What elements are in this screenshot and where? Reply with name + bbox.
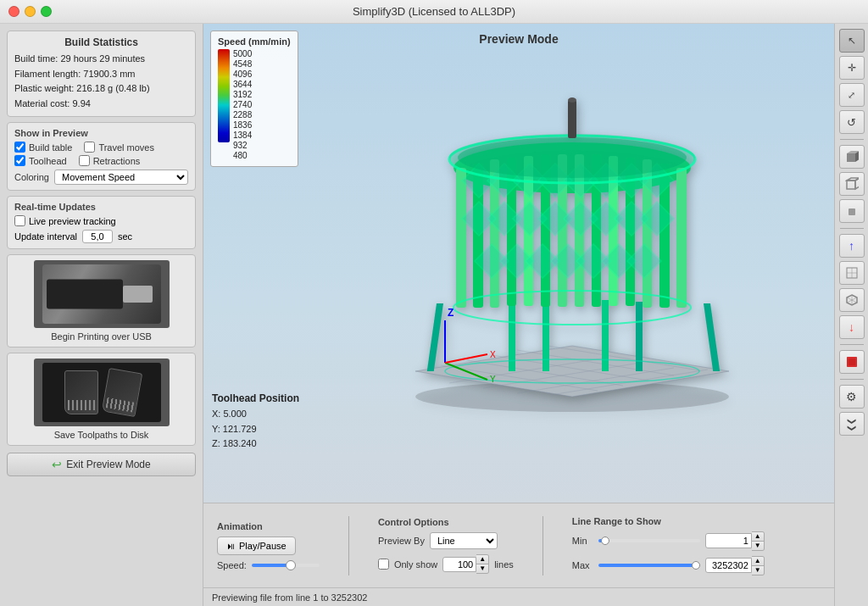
only-show-down[interactable]: ▼ bbox=[476, 564, 488, 573]
play-pause-button[interactable]: ⏯ Play/Pause bbox=[217, 537, 296, 555]
travel-moves-checkbox-item: Travel moves bbox=[84, 142, 154, 153]
exit-button-label: Exit Preview Mode bbox=[66, 459, 150, 470]
solid-view-button[interactable] bbox=[839, 145, 865, 169]
min-spin[interactable]: ▲ ▼ bbox=[705, 531, 765, 551]
legend-items: 5000 4548 4096 3644 3192 2740 2288 1836 … bbox=[218, 49, 291, 161]
arrow-up-button[interactable]: ↑ bbox=[839, 234, 865, 258]
iso-view-button[interactable] bbox=[839, 288, 865, 312]
min-spin-buttons[interactable]: ▲ ▼ bbox=[752, 531, 765, 551]
speed-slider[interactable] bbox=[252, 564, 320, 567]
only-show-row: Only show ▲ ▼ lines bbox=[378, 554, 514, 574]
settings-button[interactable]: ⚙ bbox=[839, 385, 865, 409]
min-up[interactable]: ▲ bbox=[752, 532, 764, 542]
live-preview-checkbox[interactable] bbox=[14, 215, 25, 226]
arrow-down-icon: ↓ bbox=[849, 320, 854, 334]
status-bar: Previewing file from line 1 to 3252302 bbox=[203, 587, 834, 606]
toolbar-sep-1 bbox=[840, 139, 864, 140]
usb-connector bbox=[123, 286, 153, 303]
speed-label: Speed: bbox=[217, 560, 247, 570]
only-show-input[interactable] bbox=[442, 557, 476, 572]
max-spin[interactable]: ▲ ▼ bbox=[705, 556, 765, 575]
min-down[interactable]: ▼ bbox=[752, 542, 764, 550]
sd-card-1 bbox=[64, 370, 98, 414]
svg-rect-82 bbox=[847, 357, 857, 367]
svg-point-58 bbox=[453, 291, 691, 325]
svg-rect-18 bbox=[456, 168, 466, 308]
svg-point-60 bbox=[568, 97, 576, 103]
max-down[interactable]: ▼ bbox=[752, 566, 764, 575]
svg-rect-16 bbox=[704, 303, 720, 371]
preview-by-row: Preview By Line bbox=[378, 532, 514, 549]
max-up[interactable]: ▲ bbox=[752, 557, 764, 566]
live-preview-row: Live preview tracking bbox=[14, 215, 188, 226]
build-table-checkbox[interactable] bbox=[14, 142, 25, 153]
sd-image bbox=[34, 359, 170, 426]
min-range-row: Min ▲ ▼ bbox=[572, 531, 765, 551]
divider-1 bbox=[348, 516, 349, 575]
sd-contacts-2 bbox=[105, 398, 134, 412]
move-tool-button[interactable]: ✛ bbox=[839, 56, 865, 80]
wireframe-button[interactable] bbox=[839, 172, 865, 196]
usb-label: Begin Printing over USB bbox=[51, 331, 152, 342]
svg-point-57 bbox=[449, 134, 695, 181]
right-toolbar: ↖ ✛ ⤢ ↺ bbox=[834, 24, 868, 606]
update-interval-input[interactable] bbox=[82, 230, 113, 243]
show-in-preview-section: Show in Preview Build table Travel moves… bbox=[7, 122, 196, 191]
3d-view[interactable]: Speed (mm/min) 5000 4548 4096 3644 3192 … bbox=[203, 24, 834, 503]
speed-slider-thumb[interactable] bbox=[286, 560, 296, 570]
cursor-tool-button[interactable]: ↖ bbox=[839, 29, 865, 53]
axis-view-button[interactable] bbox=[839, 261, 865, 285]
travel-moves-checkbox[interactable] bbox=[84, 142, 95, 153]
max-input[interactable] bbox=[705, 558, 752, 573]
minimize-button[interactable] bbox=[25, 6, 36, 17]
chevron-down-button[interactable]: ❯❯ bbox=[839, 412, 865, 436]
only-show-spin-buttons[interactable]: ▲ ▼ bbox=[476, 554, 489, 574]
preview-by-label: Preview By bbox=[378, 536, 425, 546]
max-spin-buttons[interactable]: ▲ ▼ bbox=[752, 556, 765, 575]
usb-illustration bbox=[42, 264, 161, 324]
toolhead-checkbox[interactable] bbox=[14, 155, 25, 166]
toolbar-sep-3 bbox=[840, 344, 864, 345]
arrow-up-icon: ↑ bbox=[849, 239, 854, 253]
retractions-checkbox[interactable] bbox=[79, 155, 90, 166]
material-cost: Material cost: 9.94 bbox=[14, 97, 188, 112]
max-label: Max bbox=[572, 560, 593, 570]
exit-preview-button[interactable]: ↩ Exit Preview Mode bbox=[7, 453, 196, 476]
min-label: Min bbox=[572, 536, 593, 546]
arrow-down-button[interactable]: ↓ bbox=[839, 315, 865, 339]
small-cube-button[interactable] bbox=[839, 199, 865, 223]
usb-print-card[interactable]: Begin Printing over USB bbox=[7, 254, 196, 347]
only-show-spinbox[interactable]: ▲ ▼ bbox=[442, 554, 489, 574]
divider-2 bbox=[542, 516, 543, 575]
only-show-checkbox[interactable] bbox=[378, 559, 389, 570]
rotate-button[interactable]: ↺ bbox=[839, 110, 865, 134]
toolhead-position-title: Toolhead Position bbox=[212, 391, 299, 407]
close-button[interactable] bbox=[8, 6, 19, 17]
zoom-rect-button[interactable]: ⤢ bbox=[839, 83, 865, 107]
realtime-label: Real-time Updates bbox=[14, 202, 188, 212]
svg-text:Z: Z bbox=[448, 307, 453, 319]
sd-card-2 bbox=[101, 368, 142, 417]
max-range-slider[interactable] bbox=[598, 564, 700, 567]
maximize-button[interactable] bbox=[41, 6, 52, 17]
speed-2288: 2288 bbox=[233, 110, 252, 120]
min-slider-thumb[interactable] bbox=[601, 537, 609, 545]
titlebar: Simplify3D (Licensed to ALL3DP) bbox=[0, 0, 868, 24]
max-slider-thumb[interactable] bbox=[692, 561, 700, 570]
coloring-select[interactable]: Movement Speed bbox=[54, 170, 188, 185]
preview-by-select[interactable]: Line bbox=[430, 532, 498, 549]
sd-save-card[interactable]: Save Toolpaths to Disk bbox=[7, 353, 196, 446]
material-button[interactable] bbox=[839, 350, 865, 374]
svg-marker-73 bbox=[855, 178, 859, 189]
min-range-slider[interactable] bbox=[598, 539, 700, 542]
min-input[interactable] bbox=[705, 533, 752, 548]
window-title: Simplify3D (Licensed to ALL3DP) bbox=[353, 5, 515, 18]
speed-row: Speed: bbox=[217, 560, 320, 570]
lines-label: lines bbox=[494, 559, 514, 570]
svg-rect-71 bbox=[847, 181, 855, 189]
toolhead-position-info: Toolhead Position X: 5.000 Y: 121.729 Z:… bbox=[212, 391, 299, 452]
only-show-up[interactable]: ▲ bbox=[476, 555, 488, 564]
speed-932: 932 bbox=[233, 141, 252, 151]
animation-group: Animation ⏯ Play/Pause Speed: bbox=[217, 521, 320, 570]
filament-length: Filament length: 71900.3 mm bbox=[14, 67, 188, 82]
